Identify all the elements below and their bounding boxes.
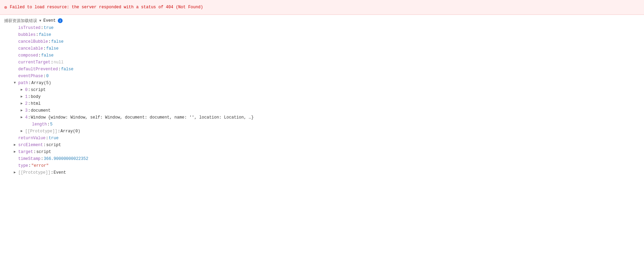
prop-name-returnvalue: returnValue [18,135,45,141]
prop-value-bubbles: false [39,32,51,38]
capture-row: 捕获资源加载错误 Event i [0,17,644,24]
prop-value-srcelement: script [46,142,61,148]
expand-toggle-event[interactable] [39,19,41,23]
tree-row-istrusted: isTrusted: true [0,24,644,31]
capture-label: 捕获资源加载错误 [4,18,37,24]
tree-row-path-prototype: [[Prototype]]: Array(0) [0,128,644,135]
tree-row-timestamp: timeStamp: 366.90000000022352 [0,155,644,162]
prop-value-type: "error" [31,163,49,169]
toggle-prototype-event[interactable] [14,170,17,176]
tree-row-prototype-event: [[Prototype]]: Event [0,169,644,176]
prop-name-eventphase: eventPhase [18,73,43,79]
tree-row-srcelement: srcElement: script [0,142,644,149]
info-icon[interactable]: i [58,18,63,23]
tree-row-path-3: 3: document [0,107,644,114]
tree-row-cancelable: cancelable: false [0,45,644,52]
error-bar: ⊗ Failed to load resource: the server re… [0,0,644,15]
prop-name-path-2: 2 [25,101,28,107]
prop-name-defaultprevented: defaultPrevented [18,66,58,72]
prop-name-type: type [18,163,28,169]
prop-name-proto-event: [[Prototype]] [18,170,51,176]
toggle-srcelement[interactable] [14,142,17,148]
prop-value-cancelbubble: false [51,39,64,45]
prop-name-path-0: 0 [25,87,28,93]
prop-value-eventphase: 0 [46,73,49,79]
prop-name-path-4: 4 [25,114,28,121]
prop-value-target: script [36,149,51,155]
toggle-path-prototype[interactable] [21,128,24,134]
prop-name-target: target [18,149,33,155]
prop-value-path-4: Window {window: Window, self: Window, do… [31,114,254,121]
prop-value-path-3: document [31,108,51,114]
prop-value-defaultprevented: false [61,66,73,72]
prop-value-istrusted: true [44,25,54,31]
tree-row-target: target: script [0,149,644,155]
tree-row-type: type: "error" [0,162,644,169]
tree-row-path: path: Array(5) [0,80,644,86]
tree-row-returnvalue: returnValue: true [0,135,644,142]
error-circle-icon: ⊗ [4,4,7,10]
prop-name-length: length [32,121,47,128]
prop-name-bubbles: bubbles [18,32,35,38]
tree-row-bubbles: bubbles: false [0,31,644,38]
toggle-path[interactable] [14,80,17,86]
prop-value-path-proto: Array(0) [61,128,80,134]
tree-row-composed: composed: false [0,52,644,59]
prop-value-proto-event: Event [54,170,66,176]
prop-value-composed: false [41,52,54,59]
tree-row-path-length: length: 5 [0,121,644,128]
prop-value-path: Array(5) [31,80,51,86]
prop-value-cancelable: false [46,45,58,52]
toggle-path-1[interactable] [21,94,24,100]
tree-row-path-1: 1: body [0,93,644,100]
prop-value-path-0: script [31,87,45,93]
prop-value-path-2: html [31,101,41,107]
prop-name-path-1: 1 [25,94,28,100]
toggle-path-2[interactable] [21,101,24,107]
event-type-label: Event [43,18,56,23]
prop-name-path: path [18,80,28,86]
prop-name-cancelbubble: cancelBubble [18,39,48,45]
prop-value-timestamp: 366.90000000022352 [44,156,88,162]
tree-row-path-4: 4: Window {window: Window, self: Window,… [0,114,644,121]
prop-value-currenttarget: null [54,59,64,65]
prop-value-returnvalue: true [49,135,58,141]
tree-row-currenttarget: currentTarget: null [0,59,644,66]
tree-row-path-2: 2: html [0,100,644,107]
prop-value-path-1: body [31,94,41,100]
console-content: 捕获资源加载错误 Event i isTrusted: true bubbles… [0,15,644,178]
error-message-text: Failed to load resource: the server resp… [10,5,203,10]
toggle-path-3[interactable] [21,108,24,114]
tree-row-cancelbubble: cancelBubble: false [0,38,644,45]
toggle-path-4[interactable] [21,114,24,121]
tree-row-path-0: 0: script [0,86,644,93]
prop-name-currenttarget: currentTarget [18,59,51,65]
prop-name-srcelement: srcElement [18,142,43,148]
prop-name-timestamp: timeStamp [18,156,41,162]
toggle-target[interactable] [14,149,17,155]
prop-name-path-proto: [[Prototype]] [25,128,57,134]
toggle-path-0[interactable] [21,87,24,93]
prop-name-path-3: 3 [25,108,28,114]
prop-value-length: 5 [50,121,52,128]
prop-name-cancelable: cancelable [18,45,43,52]
prop-name-istrusted: isTrusted [18,25,41,31]
prop-name-composed: composed [18,52,38,59]
tree-row-eventphase: eventPhase: 0 [0,73,644,80]
tree-row-defaultprevented: defaultPrevented: false [0,66,644,73]
